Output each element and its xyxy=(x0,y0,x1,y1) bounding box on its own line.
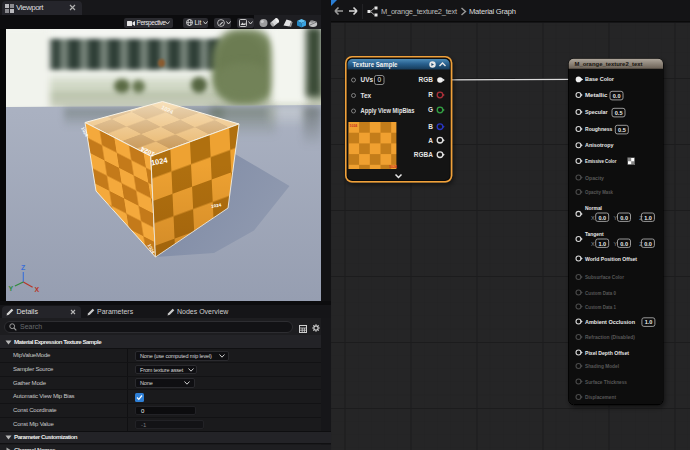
svg-text:Texture Sample: Texture Sample xyxy=(353,61,398,69)
svg-text:Y: Y xyxy=(614,241,618,247)
svg-text:0.0: 0.0 xyxy=(620,215,628,221)
svg-text:1024: 1024 xyxy=(350,124,358,128)
svg-text:Opacity Mask: Opacity Mask xyxy=(585,189,614,195)
svg-text:UVs: UVs xyxy=(361,76,374,83)
svg-text:Tex: Tex xyxy=(361,92,372,99)
svg-text:Refraction (Disabled): Refraction (Disabled) xyxy=(585,334,635,340)
svg-text:Opacity: Opacity xyxy=(585,175,605,181)
svg-text:Custom Data 1: Custom Data 1 xyxy=(585,304,616,310)
svg-text:0.0: 0.0 xyxy=(620,241,628,247)
svg-text:Pixel Depth Offset: Pixel Depth Offset xyxy=(585,350,629,356)
svg-text:Ambient Occlusion: Ambient Occlusion xyxy=(585,319,636,325)
svg-text:Emissive Color: Emissive Color xyxy=(585,158,617,164)
svg-text:0: 0 xyxy=(378,76,382,83)
svg-text:RGBA: RGBA xyxy=(414,151,433,158)
svg-text:1024: 1024 xyxy=(389,165,397,169)
svg-text:1.0: 1.0 xyxy=(644,215,652,221)
svg-text:Subsurface Color: Subsurface Color xyxy=(585,274,625,280)
svg-text:Anisotropy: Anisotropy xyxy=(585,142,614,148)
svg-text:Custom Data 0: Custom Data 0 xyxy=(585,290,616,296)
svg-text:Y: Y xyxy=(9,285,14,292)
svg-text:Normal: Normal xyxy=(585,205,602,211)
svg-text:RGB: RGB xyxy=(419,76,434,83)
svg-text:0.0: 0.0 xyxy=(644,241,652,247)
svg-text:Surface Thickness: Surface Thickness xyxy=(585,379,627,385)
svg-text:Metallic: Metallic xyxy=(585,92,607,98)
svg-text:0.0: 0.0 xyxy=(599,215,607,221)
svg-text:Roughness: Roughness xyxy=(585,126,612,132)
svg-text:X: X xyxy=(591,241,595,247)
svg-text:Shading Model: Shading Model xyxy=(585,363,619,369)
svg-text:R: R xyxy=(428,91,433,98)
svg-text:Base Color: Base Color xyxy=(585,76,615,82)
svg-text:0.0: 0.0 xyxy=(613,93,621,99)
svg-text:Z: Z xyxy=(21,264,26,271)
svg-text:M_orange_texture2_text: M_orange_texture2_text xyxy=(575,61,643,67)
svg-text:0.5: 0.5 xyxy=(615,110,623,116)
svg-text:X: X xyxy=(591,215,595,221)
svg-text:0.5: 0.5 xyxy=(618,127,626,133)
svg-text:Specular: Specular xyxy=(585,109,608,115)
svg-text:1.0: 1.0 xyxy=(645,319,653,325)
svg-text:Tangent: Tangent xyxy=(585,231,604,237)
svg-text:1.0: 1.0 xyxy=(599,241,607,247)
svg-text:G: G xyxy=(428,106,433,113)
svg-text:Apply View MipBias: Apply View MipBias xyxy=(361,107,415,115)
svg-text:Y: Y xyxy=(614,215,618,221)
svg-text:Displacement: Displacement xyxy=(585,394,616,400)
svg-text:B: B xyxy=(428,123,433,130)
svg-text:X: X xyxy=(35,286,40,293)
svg-text:World Position Offset: World Position Offset xyxy=(585,256,637,262)
svg-text:A: A xyxy=(428,137,433,144)
